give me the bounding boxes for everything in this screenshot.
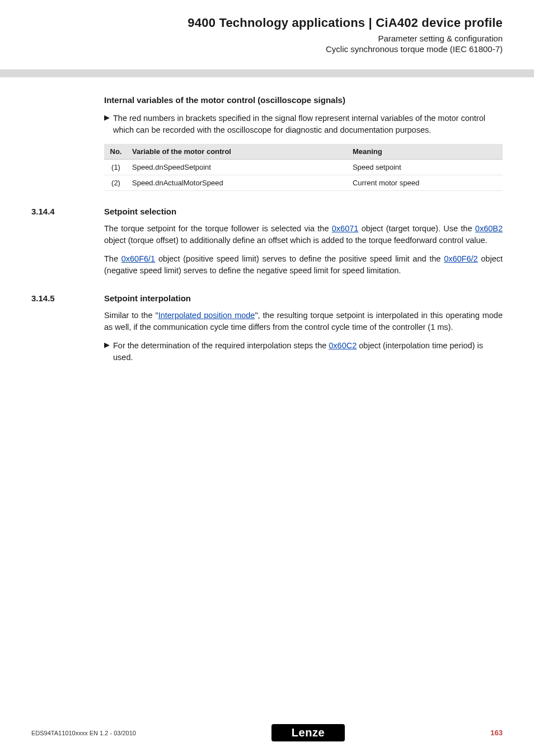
page-number: 163 [480,729,503,737]
cell-var: Speed.dnActualMotorSpeed [128,175,348,191]
col-no: No. [104,144,128,160]
header-divider [0,69,534,77]
link-0x60B2[interactable]: 0x60B2 [475,224,503,233]
page-footer: EDS94TA11010xxxx EN 1.2 - 03/2010 Lenze … [0,724,534,741]
footer-docid: EDS94TA11010xxxx EN 1.2 - 03/2010 [31,730,136,736]
section-3-14-4-header: 3.14.4 Setpoint selection [31,207,503,216]
bullet-3-14-5: ▶ For the determination of the required … [104,340,503,363]
text: For the determination of the required in… [113,341,329,350]
header-sub1: Parameter setting & configuration [31,34,503,43]
table-header-row: No. Variable of the motor control Meanin… [104,144,503,160]
section-title: Setpoint interpolation [104,293,191,303]
link-0x60F6-1[interactable]: 0x60F6/1 [121,254,155,263]
lenze-logo: Lenze [271,724,345,741]
para-3-14-5-1: Similar to the "Interpolated position mo… [104,310,503,333]
bullet-text: The red numbers in brackets specified in… [113,113,503,136]
col-var: Variable of the motor control [128,144,348,160]
section-number: 3.14.5 [31,293,104,303]
bullet-internal-variables: ▶ The red numbers in brackets specified … [104,113,503,136]
cell-no: (1) [104,160,128,175]
heading-internal-variables: Internal variables of the motor control … [104,95,503,105]
table-row: (1) Speed.dnSpeedSetpoint Speed setpoint [104,160,503,175]
col-mean: Meaning [348,144,503,160]
table-row: (2) Speed.dnActualMotorSpeed Current mot… [104,175,503,191]
link-0x60C2[interactable]: 0x60C2 [329,341,357,350]
internal-variables-table: No. Variable of the motor control Meanin… [104,144,503,191]
cell-mean: Current motor speed [348,175,503,191]
bullet-text: For the determination of the required in… [113,340,503,363]
para-3-14-4-2: The 0x60F6/1 object (positive speed limi… [104,253,503,277]
link-interpolated-position-mode[interactable]: Interpolated position mode [158,311,255,320]
text: object (positive speed limit) serves to … [155,254,444,263]
link-0x60F6-2[interactable]: 0x60F6/2 [444,254,477,263]
cell-var: Speed.dnSpeedSetpoint [128,160,348,175]
header-title: 9400 Technology applications | CiA402 de… [31,16,503,30]
para-3-14-4-1: The torque setpoint for the torque follo… [104,223,503,246]
header-sub2: Cyclic synchronous torque mode (IEC 6180… [31,44,503,54]
section-title: Setpoint selection [104,207,176,216]
page-header: 9400 Technology applications | CiA402 de… [0,0,534,69]
text: The torque setpoint for the torque follo… [104,224,332,233]
text: The [104,254,121,263]
text: object (target torque). Use the [358,224,475,233]
cell-mean: Speed setpoint [348,160,503,175]
triangle-bullet-icon: ▶ [104,113,113,136]
text: Similar to the " [104,311,158,320]
section-number: 3.14.4 [31,207,104,216]
link-0x6071[interactable]: 0x6071 [332,224,359,233]
cell-no: (2) [104,175,128,191]
triangle-bullet-icon: ▶ [104,340,113,363]
text: object (torque offset) to additionally d… [104,236,488,245]
section-3-14-5-header: 3.14.5 Setpoint interpolation [31,293,503,303]
